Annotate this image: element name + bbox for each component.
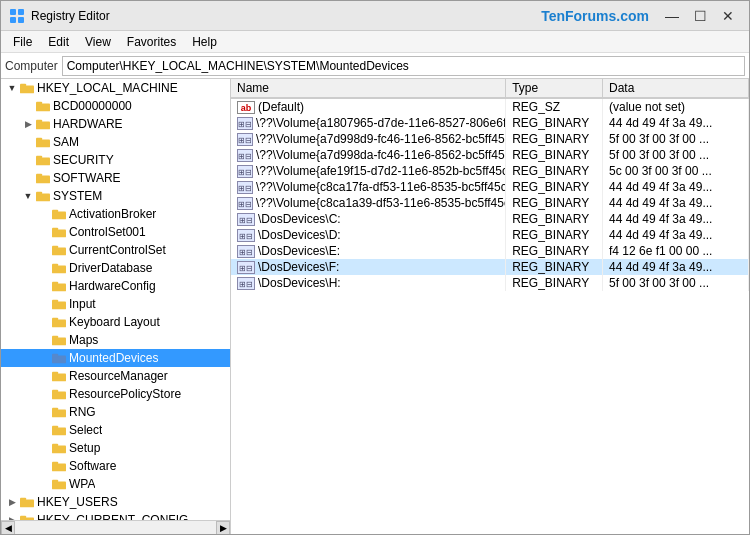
table-row[interactable]: ⊞⊟\??\Volume{c8ca17fa-df53-11e6-8535-bc5… — [231, 179, 749, 195]
tree-item-security[interactable]: ▶ SECURITY — [1, 151, 230, 169]
tree-item-wpa[interactable]: ▶ WPA — [1, 475, 230, 493]
cell-type-4: REG_BINARY — [506, 163, 603, 179]
maximize-button[interactable]: ☐ — [687, 6, 713, 26]
tree-item-keyboardlayout[interactable]: ▶ Keyboard Layout — [1, 313, 230, 331]
table-row[interactable]: ⊞⊟\DosDevices\E:REG_BINARYf4 12 6e f1 00… — [231, 243, 749, 259]
close-button[interactable]: ✕ — [715, 6, 741, 26]
registry-values-panel: Name Type Data ab(Default)REG_SZ(value n… — [231, 79, 749, 534]
ab-icon: ab — [237, 101, 255, 114]
table-row[interactable]: ⊞⊟\??\Volume{c8ca1a39-df53-11e6-8535-bc5… — [231, 195, 749, 211]
table-row[interactable]: ⊞⊟\DosDevices\H:REG_BINARY5f 00 3f 00 3f… — [231, 275, 749, 291]
folder-icon-activationbroker — [51, 207, 67, 221]
cell-data-7: 44 4d 49 4f 3a 49... — [602, 211, 748, 227]
tree-item-hardwareconfig[interactable]: ▶ HardwareConfig — [1, 277, 230, 295]
svg-rect-29 — [52, 300, 58, 304]
tree-item-mounteddevices[interactable]: ▶ MountedDevices — [1, 349, 230, 367]
scroll-track[interactable] — [15, 523, 216, 533]
tree-label-resourcemanager: ResourceManager — [69, 369, 168, 383]
tree-item-select[interactable]: ▶ Select — [1, 421, 230, 439]
tree-item-hkcurrentconfig[interactable]: ▶ HKEY_CURRENT_CONFIG — [1, 511, 230, 520]
bin-icon: ⊞⊟ — [237, 149, 253, 162]
col-data[interactable]: Data — [602, 79, 748, 98]
table-row[interactable]: ⊞⊟\??\Volume{a1807965-d7de-11e6-8527-806… — [231, 115, 749, 131]
bin-icon: ⊞⊟ — [237, 197, 253, 210]
values-table: Name Type Data ab(Default)REG_SZ(value n… — [231, 79, 749, 291]
tree-item-driverdatabase[interactable]: ▶ DriverDatabase — [1, 259, 230, 277]
tree-horizontal-scrollbar[interactable]: ◀ ▶ — [1, 520, 230, 534]
table-row[interactable]: ⊞⊟\??\Volume{a7d998da-fc46-11e6-8562-bc5… — [231, 147, 749, 163]
table-row[interactable]: ⊞⊟\??\Volume{afe19f15-d7d2-11e6-852b-bc5… — [231, 163, 749, 179]
tree-item-software2[interactable]: ▶ Software — [1, 457, 230, 475]
name-with-icon: ⊞⊟\DosDevices\H: — [237, 276, 499, 290]
svg-rect-49 — [52, 480, 58, 484]
tree-item-activationbroker[interactable]: ▶ ActivationBroker — [1, 205, 230, 223]
tree-item-rng[interactable]: ▶ RNG — [1, 403, 230, 421]
app-icon — [9, 8, 25, 24]
tree-label-software2: Software — [69, 459, 116, 473]
svg-rect-25 — [52, 264, 58, 268]
name-text: \DosDevices\C: — [258, 212, 341, 226]
tree-item-sam[interactable]: ▶ SAM — [1, 133, 230, 151]
bin-icon: ⊞⊟ — [237, 165, 253, 178]
tree-item-bcd[interactable]: ▶ BCD00000000 — [1, 97, 230, 115]
tree-label-wpa: WPA — [69, 477, 95, 491]
tree-item-maps[interactable]: ▶ Maps — [1, 331, 230, 349]
menu-help[interactable]: Help — [184, 33, 225, 51]
folder-icon-setup — [51, 441, 67, 455]
tree-item-controlset001[interactable]: ▶ ControlSet001 — [1, 223, 230, 241]
col-name[interactable]: Name — [231, 79, 506, 98]
tree-item-system[interactable]: ▼ SYSTEM — [1, 187, 230, 205]
name-text: \??\Volume{c8ca17fa-df53-11e6-8535-bc5ff… — [256, 180, 506, 194]
tree-item-input[interactable]: ▶ Input — [1, 295, 230, 313]
expand-icon-hkusers[interactable]: ▶ — [5, 495, 19, 509]
col-type[interactable]: Type — [506, 79, 603, 98]
tree-item-resourcepolicystore[interactable]: ▶ ResourcePolicyStore — [1, 385, 230, 403]
scroll-right-button[interactable]: ▶ — [216, 521, 230, 535]
tree-label-input: Input — [69, 297, 96, 311]
values-table-scroll[interactable]: Name Type Data ab(Default)REG_SZ(value n… — [231, 79, 749, 534]
table-row[interactable]: ab(Default)REG_SZ(value not set) — [231, 98, 749, 115]
tree-item-hkusers[interactable]: ▶ HKEY_USERS — [1, 493, 230, 511]
cell-name-5: ⊞⊟\??\Volume{c8ca17fa-df53-11e6-8535-bc5… — [231, 179, 506, 195]
tree-label-hkcurrentconfig: HKEY_CURRENT_CONFIG — [37, 513, 188, 520]
tree-item-hklm[interactable]: ▼ HKEY_LOCAL_MACHINE — [1, 79, 230, 97]
cell-type-11: REG_BINARY — [506, 275, 603, 291]
menu-favorites[interactable]: Favorites — [119, 33, 184, 51]
tree-item-setup[interactable]: ▶ Setup — [1, 439, 230, 457]
tree-item-software[interactable]: ▶ SOFTWARE — [1, 169, 230, 187]
cell-type-0: REG_SZ — [506, 98, 603, 115]
name-text: \DosDevices\E: — [258, 244, 340, 258]
table-row[interactable]: ⊞⊟\??\Volume{a7d998d9-fc46-11e6-8562-bc5… — [231, 131, 749, 147]
tree-label-maps: Maps — [69, 333, 98, 347]
address-input[interactable] — [62, 56, 745, 76]
svg-rect-21 — [52, 228, 58, 232]
expand-icon-hkcurrentconfig[interactable]: ▶ — [5, 513, 19, 520]
table-row[interactable]: ⊞⊟\DosDevices\C:REG_BINARY44 4d 49 4f 3a… — [231, 211, 749, 227]
svg-rect-47 — [52, 462, 58, 466]
tree-label-resourcepolicystore: ResourcePolicyStore — [69, 387, 181, 401]
expand-icon-system[interactable]: ▼ — [21, 189, 35, 203]
expand-icon-hklm[interactable]: ▼ — [5, 81, 19, 95]
menu-edit[interactable]: Edit — [40, 33, 77, 51]
expand-icon-hardware[interactable]: ▶ — [21, 117, 35, 131]
registry-tree[interactable]: ▼ HKEY_LOCAL_MACHINE▶ BCD00000000▶ HARDW… — [1, 79, 231, 520]
svg-rect-45 — [52, 444, 58, 448]
cell-data-9: f4 12 6e f1 00 00 ... — [602, 243, 748, 259]
tree-item-currentcontrolset[interactable]: ▶ CurrentControlSet — [1, 241, 230, 259]
menu-view[interactable]: View — [77, 33, 119, 51]
table-row[interactable]: ⊞⊟\DosDevices\F:REG_BINARY44 4d 49 4f 3a… — [231, 259, 749, 275]
minimize-button[interactable]: — — [659, 6, 685, 26]
bin-icon: ⊞⊟ — [237, 277, 255, 290]
table-row[interactable]: ⊞⊟\DosDevices\D:REG_BINARY44 4d 49 4f 3a… — [231, 227, 749, 243]
menu-file[interactable]: File — [5, 33, 40, 51]
cell-data-2: 5f 00 3f 00 3f 00 ... — [602, 131, 748, 147]
cell-data-8: 44 4d 49 4f 3a 49... — [602, 227, 748, 243]
cell-name-2: ⊞⊟\??\Volume{a7d998d9-fc46-11e6-8562-bc5… — [231, 131, 506, 147]
tree-item-resourcemanager[interactable]: ▶ ResourceManager — [1, 367, 230, 385]
menu-bar: File Edit View Favorites Help — [1, 31, 749, 53]
folder-icon-hardware — [35, 117, 51, 131]
address-label: Computer — [5, 59, 62, 73]
svg-rect-9 — [36, 120, 42, 124]
tree-item-hardware[interactable]: ▶ HARDWARE — [1, 115, 230, 133]
scroll-left-button[interactable]: ◀ — [1, 521, 15, 535]
